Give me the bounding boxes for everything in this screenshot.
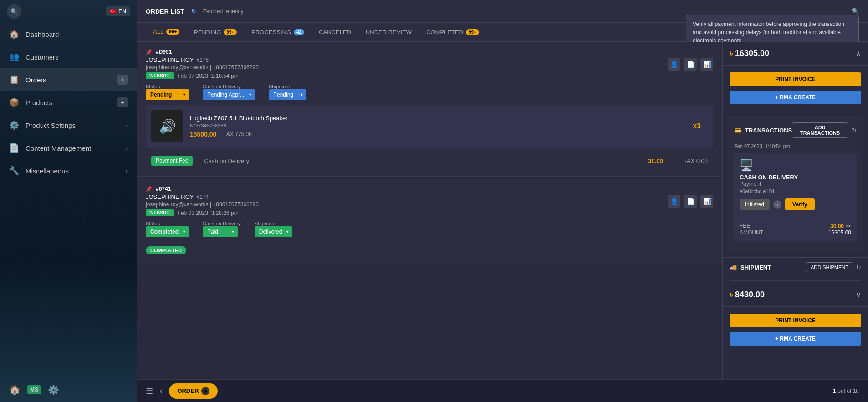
cod-label-2: Cash on Delivery — [203, 221, 241, 226]
tab-label: COMPLETED — [426, 29, 463, 36]
order-2-amount-header: ৳ 8430.00 ∨ — [723, 283, 868, 307]
payment-fee-badge: Payment Fee — [151, 156, 193, 166]
cod-payment-icon: 🖥️ — [740, 159, 851, 172]
fee-amount: 30.00 — [648, 158, 663, 164]
back-button[interactable]: ‹ — [160, 387, 162, 395]
tab-processing[interactable]: PROCESSING 42 — [244, 23, 311, 41]
tab-completed[interactable]: COMPLETED 99+ — [419, 23, 486, 41]
shipment-header: 🚚 SHIPMENT ADD SHIPMENT ↻ — [730, 262, 861, 272]
collapse-button-2[interactable]: ∨ — [856, 290, 861, 299]
product-row: 🔊 Logitech Z607 5.1 Bluetooth Speaker 67… — [146, 105, 713, 148]
search-button[interactable]: 🔍 — [7, 4, 21, 19]
trans-refresh-icon[interactable]: ↻ — [852, 127, 857, 134]
main-area: ORDER LIST ↻ Fetched recently 🔍 ALL 99+ … — [137, 0, 868, 402]
panel-actions-2: PRINT INVOICE + RMA CREATE — [723, 307, 868, 352]
order-document-icon[interactable]: 📄 — [684, 58, 697, 71]
status-label: Status — [146, 84, 189, 89]
status-label-2: Status — [146, 221, 189, 226]
amount-value: 16305.00 — [828, 229, 851, 236]
collapse-button[interactable]: ∧ — [856, 49, 861, 58]
shipment-panel: 🚚 SHIPMENT ADD SHIPMENT ↻ — [723, 257, 868, 280]
sidebar-item-label: Content Management — [26, 144, 91, 152]
info-icon[interactable]: i — [773, 200, 781, 209]
customers-icon: 👥 — [9, 52, 19, 62]
cod-select-2[interactable]: Paid Pending — [203, 226, 238, 237]
verify-button[interactable]: Verify — [785, 198, 815, 210]
sidebar-item-customers[interactable]: 👥 Customers — [0, 46, 137, 68]
tab-badge: 99+ — [224, 29, 237, 35]
tab-all[interactable]: ALL 99+ — [146, 23, 187, 41]
language-button[interactable]: 🇹🇷 EN — [106, 6, 130, 16]
header-search-icon[interactable]: 🔍 — [852, 8, 859, 15]
tab-under-review[interactable]: UNDER REVIEW — [358, 23, 419, 41]
sidebar-top: 🔍 🇹🇷 EN — [0, 0, 137, 23]
customer-profile-icon[interactable]: 👤 — [668, 58, 680, 71]
trans-date: Feb 07 2023, 1:10:54 pm — [734, 143, 857, 149]
shipment-select[interactable]: Pending Delivered — [269, 89, 306, 100]
order-card-1: 📌 #D951 JOSEPHINE ROY #175 josephine.roy… — [137, 42, 722, 177]
add-transactions-button[interactable]: ADD TRANSACTIONS — [792, 122, 848, 138]
order-id: #D951 — [156, 49, 172, 55]
cod-select[interactable]: Pending Appr... Paid — [203, 89, 255, 100]
tab-label: PENDING — [194, 29, 221, 36]
home-footer-icon[interactable]: 🏠 — [9, 384, 20, 395]
chevron-right-icon: › — [126, 145, 128, 152]
order-controls-2: Status Completed Pending Cash on Deliver… — [146, 221, 713, 237]
sidebar-item-miscellaneous[interactable]: 🔧 Miscellaneous › — [0, 159, 137, 182]
ms-icon[interactable]: MS — [27, 385, 41, 394]
sidebar-item-products[interactable]: 📦 Products + — [0, 91, 137, 114]
edit-icon[interactable]: ✏ — [846, 223, 851, 229]
status-select[interactable]: Pending Completed Canceled — [146, 89, 189, 100]
rma-create-button-2[interactable]: + RMA CREATE — [730, 332, 861, 346]
product-image: 🔊 — [151, 110, 183, 142]
shipment-refresh-icon[interactable]: ↻ — [856, 264, 861, 271]
cod-id: e0e8bcbc-e18d-... — [740, 188, 851, 194]
shipment-actions: ADD SHIPMENT ↻ — [806, 262, 861, 272]
sidebar-item-label: Customers — [26, 53, 59, 61]
fee-tax: TAX 0.00 — [684, 158, 708, 164]
page-number: 1 out of 18 — [833, 388, 859, 394]
print-invoice-button-2[interactable]: PRINT INVOICE — [730, 314, 861, 327]
amount-label: AMOUNT — [740, 229, 763, 236]
order-1-amount-header: ৳ 16305.00 ∧ — [723, 42, 868, 66]
hamburger-icon[interactable]: ☰ — [146, 386, 153, 396]
rma-create-button[interactable]: + RMA CREATE — [730, 91, 861, 104]
product-qty: x1 — [693, 122, 701, 130]
shipment-select-2[interactable]: Delivered Pending — [255, 226, 292, 237]
cod-label: Cash on Delivery — [203, 84, 255, 89]
sidebar-item-content-management[interactable]: 📄 Content Management › — [0, 137, 137, 159]
refresh-icon[interactable]: ↻ — [191, 8, 196, 15]
fee-row-right: FEE 30.00 ✏ — [740, 223, 851, 229]
order-controls: Status Pending Completed Canceled Cash o… — [146, 84, 713, 100]
order-add-button[interactable]: ORDER + — [169, 383, 218, 399]
initiated-status[interactable]: Initiated — [740, 199, 770, 210]
plus-icon: + — [201, 387, 209, 395]
sidebar-item-product-settings[interactable]: ⚙️ Product Settings › — [0, 114, 137, 137]
source-badge: WEBSITE — [146, 72, 174, 79]
taka-symbol-2: ৳ — [730, 290, 733, 299]
amount-row-right: AMOUNT 16305.00 — [740, 229, 851, 236]
completed-badge: COMPLETED — [146, 246, 186, 254]
order-date: Feb 07 2023, 1:10:54 pm — [178, 73, 239, 79]
add-shipment-button[interactable]: ADD SHIPMENT — [806, 262, 853, 272]
print-invoice-button[interactable]: PRINT INVOICE — [730, 72, 861, 86]
tab-label: UNDER REVIEW — [366, 29, 412, 36]
gear-footer-icon[interactable]: ⚙️ — [48, 384, 59, 395]
add-product-icon[interactable]: + — [117, 97, 128, 107]
sidebar-item-orders[interactable]: 📋 Orders + — [0, 68, 137, 91]
order-chart-icon-2[interactable]: 📊 — [700, 195, 713, 208]
tab-pending[interactable]: PENDING 99+ — [187, 23, 244, 41]
trans-fee-section: FEE 30.00 ✏ AMOUNT 16305.00 — [740, 215, 851, 236]
cod-title: CASH ON DELIVERY — [740, 174, 851, 181]
order-document-icon-2[interactable]: 📄 — [684, 195, 697, 208]
product-name: Logitech Z607 5.1 Bluetooth Speaker — [190, 115, 686, 122]
customer-profile-icon-2[interactable]: 👤 — [668, 195, 680, 208]
tab-canceled[interactable]: CANCELED — [311, 23, 358, 41]
pagination: 1 out of 18 — [833, 388, 859, 394]
add-order-icon[interactable]: + — [117, 75, 128, 85]
order-chart-icon[interactable]: 📊 — [700, 58, 713, 71]
status-select-2[interactable]: Completed Pending — [146, 226, 189, 237]
sidebar-item-dashboard[interactable]: 🏠 Dashboard — [0, 23, 137, 46]
shipment-label-2: Shipment — [255, 221, 292, 226]
product-info: Logitech Z607 5.1 Bluetooth Speaker 6737… — [190, 115, 686, 138]
